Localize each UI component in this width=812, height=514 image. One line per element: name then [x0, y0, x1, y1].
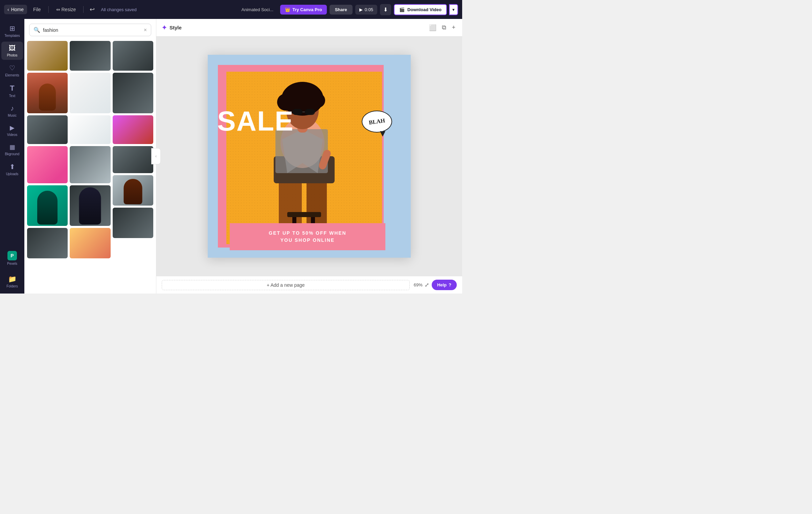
project-name[interactable]: Animated Soci...: [238, 7, 278, 12]
sidebar-item-background[interactable]: ▦ Bkground: [1, 141, 23, 159]
pexels-label: Pexels: [7, 262, 17, 265]
model-svg: [226, 72, 382, 244]
download-video-button[interactable]: 🎬 Download Video: [394, 4, 447, 15]
videos-icon: ▶: [10, 124, 15, 132]
top-navigation: ‹ Home File ⇔ Resize ↩ All changes saved…: [0, 0, 462, 19]
share-button[interactable]: Share: [330, 5, 353, 15]
bottom-banner: GET UP TO 50% OFF WHEN YOU SHOP ONLINE: [230, 223, 385, 250]
main-layout: ⊞ Templates 🖼 Photos ♡ Elements T Text ♪…: [0, 19, 462, 294]
templates-icon: ⊞: [9, 24, 15, 32]
templates-label: Templates: [4, 34, 20, 38]
resize-icon: ⇔: [56, 7, 62, 12]
sidebar-item-elements[interactable]: ♡ Elements: [1, 61, 23, 80]
sale-label: SALE: [217, 106, 294, 136]
crown-icon: 👑: [285, 7, 290, 12]
photo-item[interactable]: [27, 41, 68, 71]
sidebar-item-text[interactable]: T Text: [1, 81, 23, 100]
bottom-bar: + Add a new page 69% ⤢ Help ?: [156, 276, 462, 294]
photo-item[interactable]: [27, 146, 68, 183]
photo-item[interactable]: [70, 146, 110, 183]
collapse-icon: ‹: [155, 154, 157, 159]
banner-line-2: YOU SHOP ONLINE: [269, 237, 346, 244]
photo-item[interactable]: [113, 208, 153, 238]
photo-item[interactable]: [27, 228, 68, 258]
uploads-label: Uploads: [6, 172, 19, 176]
copy-icon: ⧉: [442, 24, 446, 31]
saved-status: All changes saved: [101, 7, 137, 12]
sidebar-item-uploads[interactable]: ⬆ Uploads: [1, 160, 23, 179]
resize-button[interactable]: ⇔ Resize: [53, 5, 80, 14]
photo-item[interactable]: [70, 228, 110, 258]
sidebar-item-videos[interactable]: ▶ Videos: [1, 121, 23, 139]
banner-text: GET UP TO 50% OFF WHEN YOU SHOP ONLINE: [269, 230, 346, 244]
home-button[interactable]: ‹ Home: [4, 5, 27, 14]
folders-icon: 📁: [8, 275, 17, 283]
photo-item[interactable]: [27, 115, 68, 144]
photo-item[interactable]: [70, 115, 110, 144]
style-button[interactable]: ✦ Style: [162, 24, 182, 31]
photo-item[interactable]: [113, 175, 153, 206]
photo-item[interactable]: [70, 73, 110, 113]
add-page-button[interactable]: + Add a new page: [162, 280, 410, 290]
copy-icon-button[interactable]: ⧉: [441, 23, 448, 33]
music-icon: ♪: [10, 104, 14, 112]
photo-column-3: [113, 41, 153, 258]
search-input-wrap: 🔍 ×: [29, 24, 151, 36]
sidebar-item-folders[interactable]: 📁 Folders: [1, 272, 23, 291]
photos-panel: 🔍 ×: [24, 19, 156, 294]
elements-label: Elements: [5, 73, 19, 77]
play-icon: ▶: [359, 7, 363, 12]
try-pro-label: Try Canva Pro: [292, 7, 322, 12]
sidebar-item-photos[interactable]: 🖼 Photos: [1, 42, 23, 60]
canvas-toolbar-right: ⬜ ⧉ +: [428, 23, 457, 33]
photo-column-1: [27, 41, 68, 258]
uploads-icon: ⬆: [9, 163, 15, 171]
undo-button[interactable]: ↩: [88, 4, 97, 15]
text-label: Text: [9, 94, 15, 98]
photo-item[interactable]: [113, 41, 153, 71]
background-label: Bkground: [5, 152, 20, 156]
add-icon-button[interactable]: +: [450, 23, 457, 33]
zoom-control: 69% ⤢: [414, 282, 429, 288]
zoom-expand-button[interactable]: ⤢: [425, 282, 429, 288]
zoom-level: 69%: [414, 282, 423, 287]
panel-collapse-handle[interactable]: ‹: [151, 148, 161, 164]
help-question-icon: ?: [449, 282, 451, 287]
canvas-toolbar: ✦ Style ⬜ ⧉ +: [156, 19, 462, 37]
frame-icon: ⬜: [429, 24, 436, 31]
frame-icon-button[interactable]: ⬜: [428, 23, 438, 33]
elements-icon: ♡: [9, 64, 15, 72]
search-clear-button[interactable]: ×: [144, 27, 147, 33]
photo-item[interactable]: [70, 185, 110, 226]
blah-text: BLAH: [368, 117, 386, 126]
download-dropdown-arrow[interactable]: ▾: [449, 4, 458, 15]
photo-item[interactable]: [27, 73, 68, 113]
download-video-label: Download Video: [407, 7, 442, 12]
photo-item[interactable]: [27, 185, 68, 226]
bubble-shape: BLAH: [362, 111, 392, 133]
add-icon: +: [452, 24, 455, 31]
photo-item[interactable]: [113, 73, 153, 113]
file-button[interactable]: File: [30, 5, 44, 14]
svg-rect-20: [287, 212, 321, 217]
videos-label: Videos: [7, 133, 17, 137]
help-label: Help: [437, 282, 447, 287]
photo-item[interactable]: [113, 146, 153, 173]
film-icon: 🎬: [399, 7, 405, 12]
photo-item[interactable]: [70, 41, 110, 71]
help-button[interactable]: Help ?: [432, 280, 457, 290]
photo-item[interactable]: [113, 115, 153, 144]
try-pro-button[interactable]: 👑 Try Canva Pro: [280, 5, 326, 15]
search-bar: 🔍 ×: [24, 19, 156, 40]
play-button[interactable]: ▶ 0:05: [355, 5, 377, 15]
download-icon-button[interactable]: ⬇: [380, 4, 391, 15]
search-input[interactable]: [43, 27, 141, 33]
sidebar-item-pexels[interactable]: P Pexels: [1, 248, 23, 268]
nav-divider-2: [83, 6, 84, 13]
svg-rect-16: [305, 109, 315, 115]
sidebar-item-templates[interactable]: ⊞ Templates: [1, 22, 23, 40]
chevron-left-icon: ‹: [7, 7, 9, 12]
canvas-scroll-area[interactable]: SALE BLAH GET UP TO 50% OFF WHEN YOU SHO…: [156, 37, 462, 276]
sidebar-item-music[interactable]: ♪ Music: [1, 102, 23, 120]
pexels-logo: P: [7, 251, 17, 260]
